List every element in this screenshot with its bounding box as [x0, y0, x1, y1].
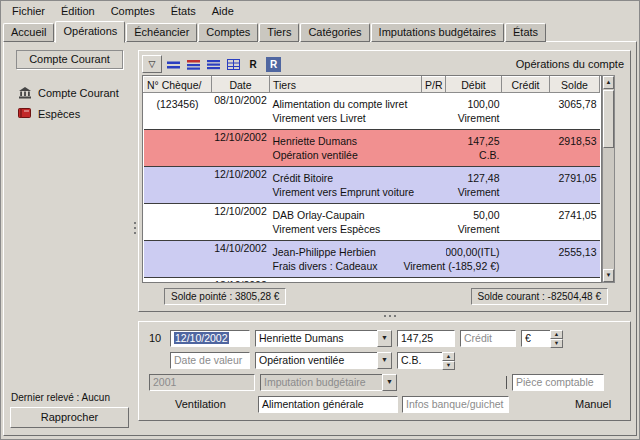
notebook-panel: Compte Courant Compte Courant Espèces De… — [3, 41, 637, 436]
reconcile-button[interactable]: Rapprocher — [10, 407, 129, 428]
dropdown-arrow-icon: ▼ — [382, 374, 397, 391]
dropdown-arrow-icon[interactable]: ▼ — [377, 330, 392, 347]
splitter-grip-icon — [134, 222, 136, 224]
header-credit[interactable]: Crédit — [502, 77, 550, 93]
vertical-scrollbar[interactable]: ▲ ▼ — [602, 75, 615, 283]
transactions-table-wrap: N° Chèque/ Date Tiers P/R Débit Crédit S… — [142, 75, 615, 283]
view-one-line-button[interactable] — [164, 55, 182, 73]
scroll-down-icon[interactable]: ▼ — [603, 269, 614, 282]
cash-account-icon — [18, 107, 32, 120]
account-title-frame: Compte Courant — [16, 50, 123, 69]
tab-operations[interactable]: Opérations — [55, 21, 125, 43]
menu-comptes[interactable]: Comptes — [103, 3, 163, 20]
dropdown-arrow-icon[interactable]: ▼ — [377, 352, 392, 369]
grid-icon — [227, 59, 240, 70]
filter-icon: ▽ — [149, 59, 156, 69]
form-row-2: Date de valeur Opération ventilée ▼ C.B.… — [149, 351, 622, 369]
horizontal-splitter[interactable] — [138, 312, 631, 321]
tab-accueil[interactable]: Accueil — [3, 23, 54, 42]
transaction-row[interactable]: 18/10/2002 Fernand Dumans : Sala 10,00 2… — [144, 278, 600, 284]
last-statement-label: Dernier relevé : Aucun — [11, 392, 129, 403]
header-debit[interactable]: Débit — [446, 77, 502, 93]
three-bars-icon — [207, 59, 220, 70]
date-input[interactable]: 12/10/2002 — [170, 330, 250, 347]
tab-categories[interactable]: Catégories — [300, 23, 369, 42]
main-area: ▽ R R Opérations du compte — [138, 50, 631, 421]
tab-etats[interactable]: États — [505, 23, 546, 42]
credit-input[interactable]: Crédit — [460, 330, 516, 347]
payment-method-select[interactable]: C.B. ▲▼ — [397, 352, 455, 369]
spin-up-icon[interactable]: ▲ — [442, 352, 455, 361]
form-row-3: 2001 Imputation budgétaire ▼ Pièce compt… — [149, 373, 622, 391]
tab-echeancier[interactable]: Échéancier — [126, 23, 197, 42]
budget-combo[interactable]: Imputation budgétaire ▼ — [260, 374, 397, 391]
menu-etats[interactable]: États — [163, 3, 204, 20]
scrollbar-thumb[interactable] — [603, 90, 614, 148]
header-pr[interactable]: P/R — [422, 77, 446, 93]
field-divider — [506, 376, 507, 389]
spin-down-icon[interactable]: ▼ — [550, 339, 563, 348]
spin-up-icon[interactable]: ▲ — [550, 330, 563, 339]
form-row-4: Ventilation Alimentation générale Infos … — [149, 396, 622, 414]
transactions-table: N° Chèque/ Date Tiers P/R Débit Crédit S… — [143, 76, 600, 283]
table-header-row: N° Chèque/ Date Tiers P/R Débit Crédit S… — [144, 77, 600, 93]
show-reconciled-button[interactable]: R — [244, 55, 262, 73]
category-combo[interactable]: Opération ventilée ▼ — [255, 352, 392, 369]
tab-imputations[interactable]: Imputations budgétaires — [371, 23, 504, 42]
transaction-form: 10 12/10/2002 Henriette Dumans ▼ 147,25 … — [138, 321, 631, 421]
bank-account-icon — [18, 86, 32, 99]
transaction-row[interactable]: 14/10/2002 Jean-Philippe Herbien 000,00(… — [144, 241, 600, 278]
menu-fichier[interactable]: Fichier — [4, 3, 53, 20]
view-two-lines-button[interactable] — [184, 55, 202, 73]
manual-label: Manuel — [575, 398, 611, 410]
accounts-sidebar: Compte Courant Compte Courant Espèces De… — [9, 50, 130, 429]
transaction-row[interactable]: (123456) 08/10/2002 Alimentation du comp… — [144, 93, 600, 130]
two-bars-icon — [167, 59, 180, 70]
tabbar: Accueil Opérations Échéancier Comptes Ti… — [3, 21, 637, 42]
grisbi-window: Fichier Édition Comptes États Aide Accue… — [0, 0, 640, 440]
bank-info-input[interactable]: Infos banque/guichet — [402, 396, 509, 413]
breakdown-category-input[interactable]: Alimentation générale — [258, 396, 398, 413]
voucher-input[interactable]: Pièce comptable — [512, 374, 604, 391]
menu-edition[interactable]: Édition — [53, 3, 103, 20]
transaction-number: 10 — [149, 332, 165, 344]
vertical-splitter[interactable] — [131, 50, 138, 429]
solde-courant-box: Solde courant : -82504,48 € — [471, 288, 608, 305]
transactions-panel: ▽ R R Opérations du compte — [138, 50, 631, 312]
account-label: Compte Courant — [38, 87, 119, 99]
splitter-grip-icon — [384, 315, 386, 317]
panel-title: Opérations du compte — [516, 58, 627, 70]
account-item-especes[interactable]: Espèces — [9, 103, 130, 124]
hide-reconciled-button[interactable]: R — [266, 57, 281, 72]
value-date-input[interactable]: Date de valeur — [170, 352, 250, 369]
payee-combo[interactable]: Henriette Dumans ▼ — [255, 330, 392, 347]
red-blue-bars-icon — [187, 59, 200, 70]
exercise-select[interactable]: 2001 — [149, 374, 255, 391]
transactions-toolbar: ▽ R R Opérations du compte — [142, 54, 627, 74]
currency-select[interactable]: € ▲▼ — [521, 330, 563, 347]
header-cheque[interactable]: N° Chèque/ — [144, 77, 212, 93]
view-grid-button[interactable] — [224, 55, 242, 73]
transaction-row[interactable]: 12/10/2002 Crédit Bitoire 127,48 2791,05… — [144, 167, 600, 204]
tab-comptes[interactable]: Comptes — [198, 23, 258, 42]
menu-aide[interactable]: Aide — [204, 3, 242, 20]
header-solde[interactable]: Solde — [550, 77, 600, 93]
scroll-up-icon[interactable]: ▲ — [603, 76, 614, 89]
spin-down-icon[interactable]: ▼ — [442, 361, 455, 370]
sidebar-bottom: Dernier relevé : Aucun Rapprocher — [9, 392, 130, 428]
header-date[interactable]: Date — [212, 77, 270, 93]
solde-pointe-box: Solde pointé : 3805,28 € — [164, 288, 286, 305]
account-item-compte-courant[interactable]: Compte Courant — [9, 82, 130, 103]
view-three-lines-button[interactable] — [204, 55, 222, 73]
debit-input[interactable]: 147,25 — [397, 330, 455, 347]
filter-button[interactable]: ▽ — [142, 55, 162, 73]
transaction-row[interactable]: 12/10/2002 Henriette Dumans 147,25 2918,… — [144, 130, 600, 167]
balances-row: Solde pointé : 3805,28 € Solde courant :… — [142, 288, 627, 305]
breakdown-label: Ventilation — [175, 398, 226, 410]
form-row-1: 10 12/10/2002 Henriette Dumans ▼ 147,25 … — [149, 329, 622, 347]
header-tiers[interactable]: Tiers — [270, 77, 422, 93]
account-label: Espèces — [38, 108, 80, 120]
transaction-row[interactable]: 12/10/2002 DAB Orlay-Caupain 50,00 2741,… — [144, 204, 600, 241]
tab-tiers[interactable]: Tiers — [259, 23, 299, 42]
menubar: Fichier Édition Comptes États Aide — [2, 2, 638, 21]
